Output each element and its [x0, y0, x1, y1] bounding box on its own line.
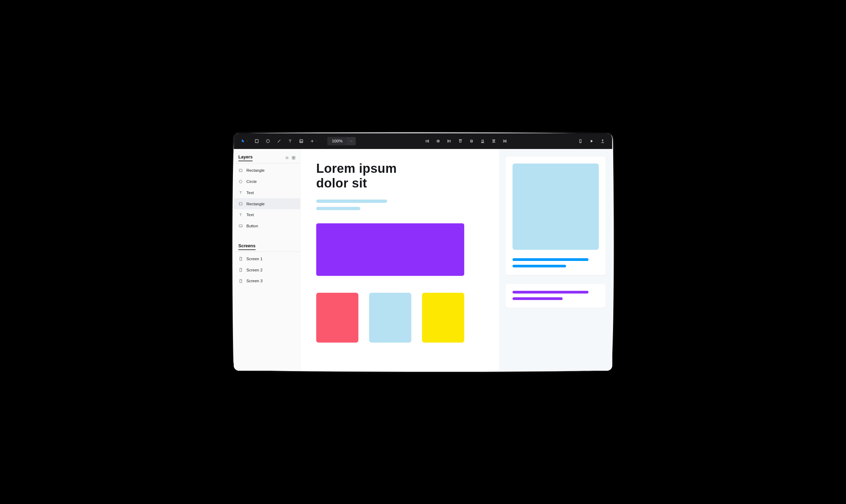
distribute-vertical-button[interactable]	[489, 137, 498, 145]
list-view-icon[interactable]	[285, 156, 289, 160]
tool-text[interactable]	[286, 137, 294, 145]
layer-item[interactable]: Rectangle	[234, 165, 300, 176]
preview-image-placeholder	[513, 164, 599, 250]
screen-item-label: Screen 3	[246, 279, 262, 283]
layer-item[interactable]: Circle	[234, 176, 300, 187]
screen-item[interactable]: Screen 1	[234, 253, 300, 264]
page-icon	[238, 279, 243, 283]
device-button[interactable]	[576, 137, 585, 145]
page-icon	[238, 256, 243, 261]
canvas-headline[interactable]: Lorem ipsum dolor sit	[316, 161, 431, 190]
align-hcenter-button[interactable]	[434, 137, 442, 145]
text-icon	[238, 213, 243, 217]
right-panel	[499, 149, 612, 371]
layer-item[interactable]: Text	[234, 210, 300, 221]
layer-item-label: Text	[246, 190, 254, 195]
tool-rectangle[interactable]	[253, 137, 261, 145]
rectangle-icon	[238, 168, 243, 173]
align-vcenter-button[interactable]	[467, 137, 476, 145]
screen-item[interactable]: Screen 2	[234, 264, 300, 276]
align-right-button[interactable]	[423, 137, 431, 145]
layer-item-label: Rectangle	[246, 201, 265, 206]
placeholder-line[interactable]	[316, 200, 387, 203]
layer-item-label: Text	[246, 213, 254, 217]
align-top-button[interactable]	[456, 137, 465, 145]
play-button[interactable]	[587, 137, 596, 145]
grid-view-icon[interactable]	[291, 156, 296, 160]
text-icon	[238, 190, 243, 195]
design-canvas[interactable]: Lorem ipsum dolor sit	[301, 149, 499, 371]
distribute-horizontal-button[interactable]	[501, 137, 509, 145]
hero-rectangle[interactable]	[316, 223, 464, 276]
tile-red[interactable]	[316, 293, 359, 342]
tool-pointer[interactable]	[239, 137, 250, 145]
placeholder-line	[513, 265, 566, 268]
placeholder-line	[513, 258, 588, 261]
tool-line[interactable]	[275, 137, 283, 145]
screen-item-label: Screen 2	[246, 268, 262, 272]
zoom-caret-icon[interactable]	[347, 137, 355, 145]
tile-yellow[interactable]	[422, 293, 464, 342]
toolbar: 100%	[234, 133, 612, 149]
tool-ellipse[interactable]	[264, 137, 272, 145]
placeholder-line	[513, 291, 588, 293]
page-icon	[238, 268, 243, 272]
layer-item[interactable]: Button	[234, 220, 300, 232]
export-button[interactable]	[598, 137, 607, 145]
zoom-control[interactable]: 100%	[327, 137, 356, 145]
layer-item[interactable]: Rectangle	[234, 198, 300, 210]
tile-blue[interactable]	[369, 293, 411, 342]
screen-item[interactable]: Screen 3	[234, 276, 300, 287]
align-left-button[interactable]	[445, 137, 453, 145]
align-bottom-button[interactable]	[478, 137, 487, 145]
sidebar: Layers RectangleCircleTextRectangleTextB…	[234, 149, 301, 371]
zoom-value: 100%	[327, 139, 347, 143]
preview-card[interactable]	[506, 157, 606, 275]
tool-add[interactable]	[308, 137, 319, 145]
circle-icon	[238, 179, 243, 184]
layer-item-label: Circle	[246, 179, 256, 184]
tool-image[interactable]	[297, 137, 305, 145]
layers-panel-title: Layers	[238, 154, 253, 161]
screens-panel-title: Screens	[238, 243, 255, 250]
layer-item[interactable]: Text	[234, 187, 300, 198]
rectangle-icon	[238, 201, 243, 206]
layer-item-label: Rectangle	[246, 168, 265, 173]
screen-item-label: Screen 1	[246, 256, 262, 261]
layer-item-label: Button	[246, 224, 258, 228]
placeholder-line[interactable]	[316, 207, 360, 210]
preview-card[interactable]	[506, 284, 606, 308]
placeholder-line	[513, 297, 563, 300]
button-icon	[238, 224, 243, 228]
